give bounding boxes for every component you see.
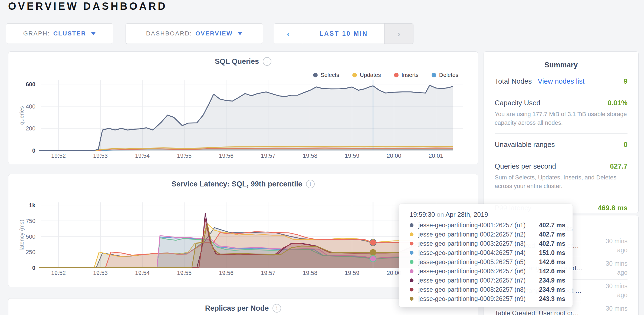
svg-text:19:56: 19:56 [219,270,234,276]
tooltip-row: jesse-geo-partitioning-0005:26257 (n5)14… [410,257,573,267]
summary-title: Summary [484,61,638,69]
info-icon[interactable]: i [306,180,315,188]
svg-text:200: 200 [26,125,35,132]
svg-text:750: 750 [26,218,35,224]
info-icon[interactable]: i [263,57,271,66]
svg-text:0: 0 [32,147,35,154]
svg-text:19:52: 19:52 [51,153,66,159]
chevron-left-icon: ‹ [287,29,290,38]
svg-text:19:54: 19:54 [135,153,150,159]
view-nodes-list-link[interactable]: View nodes list [538,77,584,86]
svg-text:19:58: 19:58 [303,153,317,159]
svg-text:19:59: 19:59 [345,153,359,159]
series-dot-icon [410,269,413,273]
summary-desc: Sum of Selects, Updates, Inserts, and De… [495,173,627,191]
service-latency-title: Service Latency: SQL, 99th percentile [172,180,302,188]
svg-text:400: 400 [26,103,35,110]
summary-value: 627.7 [610,162,627,170]
tooltip-latency-value: 402.7 ms [539,222,565,229]
latency-hover-tooltip: 19:59:30 on Apr 28th, 2019 jesse-geo-par… [399,204,573,307]
time-prev-button[interactable]: ‹ [274,24,303,44]
graph-dropdown[interactable]: GRAPH: CLUSTER [6,23,113,44]
dashboard-dropdown[interactable]: DASHBOARD: OVERVIEW [126,23,263,44]
tooltip-latency-value: 234.9 ms [539,286,565,293]
legend-item-selects[interactable]: Selects [313,72,339,78]
legend-label: Updates [360,72,381,78]
legend-item-updates[interactable]: Updates [352,72,381,78]
event-timestamp: 30 mins ago [596,237,627,255]
tooltip-row: jesse-geo-partitioning-0002:26257 (n2)40… [410,230,573,239]
tooltip-node-name: jesse-geo-partitioning-0005:26257 (n5) [418,258,539,266]
svg-text:19:53: 19:53 [93,153,108,159]
tooltip-latency-value: 142.6 ms [539,268,565,275]
info-icon[interactable]: i [272,304,281,313]
graph-dropdown-value: CLUSTER [53,30,86,37]
series-dot-icon [410,297,413,301]
svg-text:20:01: 20:01 [429,153,443,159]
svg-text:19:52: 19:52 [51,270,66,276]
chevron-down-icon [238,32,242,35]
tooltip-node-name: jesse-geo-partitioning-0008:26257 (n8) [418,286,539,293]
svg-text:19:55: 19:55 [177,270,192,276]
summary-label: Unavailable ranges [495,140,555,149]
svg-text:queries: queries [18,106,25,125]
tooltip-row: jesse-geo-partitioning-0003:26257 (n3)40… [410,239,573,248]
tooltip-latency-value: 151.0 ms [539,249,565,257]
series-dot-icon [410,278,413,282]
summary-row-unavailable-ranges: Unavailable ranges 0 [495,134,627,155]
sql-legend: Selects Updates Inserts Deletes [313,72,458,78]
svg-text:19:57: 19:57 [261,153,275,159]
chevron-down-icon [91,32,96,35]
time-range-selector: ‹ LAST 10 MIN › [274,23,413,44]
svg-text:500: 500 [26,234,35,240]
tooltip-row: jesse-geo-partitioning-0001:26257 (n1)40… [410,221,573,230]
tooltip-node-name: jesse-geo-partitioning-0001:26257 (n1) [418,222,539,229]
time-range-label[interactable]: LAST 10 MIN [303,24,385,44]
series-dot-icon [410,232,413,236]
tooltip-row: jesse-geo-partitioning-0009:26257 (n9)24… [410,294,573,303]
summary-label: Capacity Used [495,99,540,107]
legend-item-inserts[interactable]: Inserts [394,72,419,78]
tooltip-date: Apr 28th, 2019 [445,211,488,218]
tooltip-row: jesse-geo-partitioning-0004:26257 (n4)15… [410,248,573,257]
tooltip-node-name: jesse-geo-partitioning-0007:26257 (n7) [418,277,539,284]
tooltip-node-name: jesse-geo-partitioning-0003:26257 (n3) [418,240,539,247]
sql-queries-title: SQL Queries [215,57,259,66]
tooltip-latency-value: 402.7 ms [539,240,565,247]
deletes-dot-icon [432,73,436,77]
sql-queries-chart[interactable]: 19:5219:5319:5419:5519:5619:5719:5819:59… [8,52,478,164]
legend-label: Selects [321,72,339,78]
svg-text:250: 250 [26,249,35,255]
legend-label: Inserts [402,72,419,78]
tooltip-row: jesse-geo-partitioning-0007:26257 (n7)23… [410,276,573,285]
summary-row-total-nodes: Total Nodes View nodes list 9 [495,70,627,92]
tooltip-node-name: jesse-geo-partitioning-0004:26257 (n4) [418,249,539,257]
series-dot-icon [410,242,413,245]
page-title: OVERVIEW DASHBOARD [8,1,167,12]
time-next-button[interactable]: › [385,24,413,44]
summary-panel: Summary Total Nodes View nodes list 9 Ca… [484,51,639,213]
series-dot-icon [410,288,413,291]
tooltip-node-name: jesse-geo-partitioning-0002:26257 (n2) [418,231,539,238]
summary-label: Total Nodes [495,77,532,86]
event-timestamp: 30 mins ago [596,282,627,300]
chevron-right-icon: › [397,29,400,38]
svg-text:latency (ms): latency (ms) [18,219,25,250]
legend-item-deletes[interactable]: Deletes [432,72,458,78]
inserts-dot-icon [394,73,399,77]
selects-dot-icon [313,73,318,77]
tooltip-latency-value: 243.3 ms [539,295,565,303]
tooltip-row: jesse-geo-partitioning-0008:26257 (n8)23… [410,285,573,294]
tooltip-latency-value: 234.9 ms [539,277,565,284]
graph-dropdown-label: GRAPH: [23,30,50,37]
series-dot-icon [410,223,413,227]
legend-label: Deletes [439,72,458,78]
svg-text:19:55: 19:55 [177,153,192,159]
tooltip-row: jesse-geo-partitioning-0006:26257 (n6)14… [410,267,573,276]
replicas-per-node-title: Replicas per Node [205,304,269,313]
summary-value: 9 [624,77,627,86]
tooltip-time: 19:59:30 [410,211,435,218]
dashboard-dropdown-label: DASHBOARD: [146,30,192,37]
svg-text:19:58: 19:58 [303,270,317,276]
svg-text:20:00: 20:00 [387,153,401,159]
